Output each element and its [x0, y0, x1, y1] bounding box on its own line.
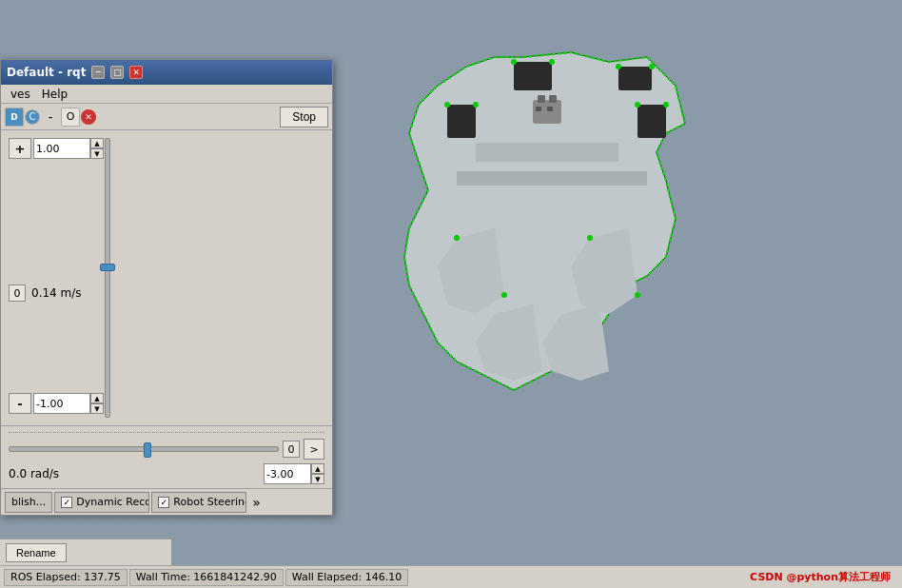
o-icon[interactable]: O	[61, 108, 80, 127]
slider-area: + 1.00 ▲ ▼	[1, 130, 332, 425]
rename-button[interactable]: Rename	[6, 543, 67, 562]
svg-rect-6	[476, 143, 618, 162]
circle-blue-icon[interactable]: C	[25, 109, 40, 125]
zero-indicator: 0	[9, 284, 26, 302]
tab-robot-label: Robot Steering ...	[173, 496, 246, 508]
plus-button[interactable]: +	[9, 138, 31, 159]
spin-value-input[interactable]: -3.00	[264, 463, 311, 484]
svg-rect-27	[536, 107, 541, 111]
menubar: ves Help	[1, 85, 332, 104]
max-value-input[interactable]: 1.00	[33, 138, 90, 159]
svg-point-21	[501, 292, 507, 298]
nav-right-button[interactable]: >	[304, 439, 324, 460]
max-spinbox-container: + 1.00 ▲ ▼	[9, 138, 104, 159]
angle-value: 0.0 rad/s	[9, 467, 66, 480]
min-spinbox-container: - -1.00 ▲ ▼	[9, 393, 104, 414]
h-slider-handle[interactable]	[144, 442, 151, 458]
svg-point-19	[663, 102, 669, 108]
svg-point-16	[444, 102, 450, 108]
svg-rect-28	[547, 107, 553, 111]
wall-elapsed-item: Wall Elapsed: 146.10	[285, 569, 408, 586]
menu-ves[interactable]: ves	[5, 85, 36, 103]
ros-elapsed-label: ROS Elapsed:	[10, 571, 81, 583]
svg-point-17	[473, 102, 479, 108]
horizontal-slider[interactable]	[9, 446, 279, 452]
svg-rect-5	[637, 105, 666, 138]
close-button[interactable]: ✕	[129, 66, 143, 79]
minimize-button[interactable]: ─	[91, 66, 105, 79]
svg-rect-26	[549, 95, 557, 103]
svg-point-12	[511, 59, 517, 65]
horizontal-slider-row: 0 >	[9, 439, 324, 460]
tab-blish[interactable]: blish...	[5, 492, 52, 513]
toolbar-icons: D C – O ✕	[5, 108, 278, 127]
svg-rect-25	[538, 95, 545, 103]
svg-point-22	[587, 235, 593, 241]
watermark: CSDN @python算法工程师	[750, 570, 898, 584]
svg-point-20	[454, 235, 460, 241]
tab-more-button[interactable]: »	[248, 495, 265, 510]
velocity-value: 0.14 m/s	[31, 286, 82, 300]
angle-row: 0.0 rad/s -3.00 ▲ ▼	[9, 463, 324, 484]
tab-dynamic-label: Dynamic Reconfi...	[76, 496, 149, 508]
stop-button[interactable]: Stop	[280, 107, 328, 127]
svg-point-18	[635, 102, 640, 108]
spin-down-arrow[interactable]: ▼	[311, 474, 324, 484]
wall-time-item: Wall Time: 1661841242.90	[129, 569, 284, 586]
close-red-icon[interactable]: ✕	[81, 109, 96, 125]
tab-checkbox-robot[interactable]: ✓	[158, 497, 169, 508]
min-value-input[interactable]: -1.00	[33, 393, 90, 414]
wall-time-label: Wall Time:	[136, 571, 190, 583]
svg-rect-24	[533, 100, 561, 124]
tab-checkbox-dynamic[interactable]: ✓	[61, 497, 72, 508]
rqt-title: Default - rqt	[7, 66, 86, 79]
rqt-tabs: blish... ✓ Dynamic Reconfi... ✓ Robot St…	[1, 488, 332, 515]
wall-elapsed-value: 146.10	[365, 571, 402, 583]
maximize-button[interactable]: □	[110, 66, 124, 79]
tab-blish-label: blish...	[11, 496, 46, 508]
svg-point-14	[616, 64, 621, 69]
svg-point-13	[549, 59, 555, 65]
minus-button[interactable]: -	[9, 393, 31, 414]
svg-rect-4	[447, 105, 476, 138]
wall-elapsed-label: Wall Elapsed:	[292, 571, 362, 583]
rqt-titlebar: Default - rqt ─ □ ✕	[1, 60, 332, 85]
status-bar: ROS Elapsed: 137.75 Wall Time: 166184124…	[0, 565, 902, 588]
wall-time-value: 1661841242.90	[193, 571, 276, 583]
v-slider-track[interactable]	[105, 138, 110, 418]
ros-elapsed-value: 137.75	[84, 571, 121, 583]
bottom-controls: 0 > 0.0 rad/s -3.00 ▲ ▼	[1, 425, 332, 488]
rqt-window: Default - rqt ─ □ ✕ ves Help D C –	[0, 59, 333, 516]
tab-dynamic-reconfig[interactable]: ✓ Dynamic Reconfi...	[54, 492, 149, 513]
v-slider-handle[interactable]	[100, 264, 115, 271]
rqt-content: + 1.00 ▲ ▼	[1, 130, 332, 488]
menu-help[interactable]: Help	[36, 85, 73, 103]
spin-up-arrow[interactable]: ▲	[311, 463, 324, 474]
d-icon[interactable]: D	[5, 108, 24, 127]
angle-zero-indicator: 0	[283, 441, 300, 458]
tab-robot-steering[interactable]: ✓ Robot Steering ...	[151, 492, 246, 513]
svg-rect-2	[514, 62, 552, 90]
svg-point-15	[649, 64, 655, 69]
ros-elapsed-item: ROS Elapsed: 137.75	[4, 569, 127, 586]
svg-rect-7	[457, 171, 647, 186]
rename-area: Rename	[0, 539, 171, 565]
dash-icon: –	[41, 108, 60, 127]
toolbar: D C – O ✕ Stop	[1, 104, 332, 130]
svg-point-23	[635, 292, 640, 298]
svg-rect-3	[618, 67, 652, 90]
vertical-slider[interactable]	[98, 138, 117, 418]
